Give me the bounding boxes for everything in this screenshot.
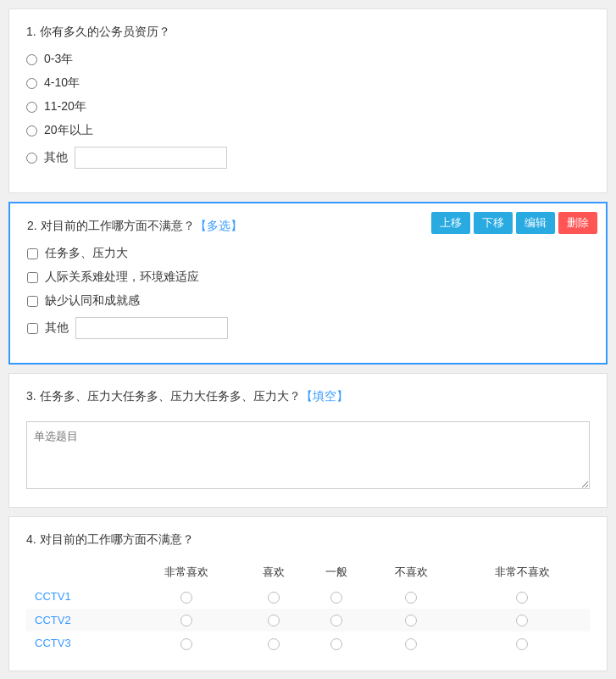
radio-circle-r2c1[interactable] — [180, 615, 192, 626]
fill-textarea-q3[interactable] — [26, 421, 590, 489]
matrix-cell-r3c3[interactable] — [305, 632, 368, 655]
question-2-block: 上移 下移 编辑 删除 2. 对目前的工作哪方面不满意？【多选】 任务多、压力大… — [8, 202, 608, 365]
radio-circle-r2c3[interactable] — [330, 615, 342, 626]
option-row-q2-3: 缺少认同和成就感 — [27, 293, 589, 309]
other-text-q2[interactable] — [75, 317, 228, 339]
option-row-q1-2: 4-10年 — [26, 75, 590, 91]
matrix-table-q4: 非常喜欢 喜欢 一般 不喜欢 非常不喜欢 CCTV1 CCTV2 — [26, 559, 590, 655]
checkbox-q2-3[interactable] — [27, 296, 38, 307]
question-3-title-tag: 【填空】 — [301, 389, 348, 403]
radio-circle-r1c5[interactable] — [516, 592, 528, 604]
checkbox-q2-2[interactable] — [27, 272, 38, 283]
move-up-button[interactable]: 上移 — [431, 212, 470, 234]
radio-q1-1[interactable] — [26, 54, 37, 65]
matrix-row-label-3: CCTV3 — [26, 632, 131, 655]
option-label-q1-2: 4-10年 — [44, 75, 80, 91]
radio-circle-r3c4[interactable] — [405, 638, 417, 650]
option-row-q1-4: 20年以上 — [26, 123, 590, 138]
matrix-cell-r2c1[interactable] — [131, 609, 242, 632]
option-row-q1-1: 0-3年 — [26, 52, 590, 67]
radio-circle-r2c5[interactable] — [516, 615, 528, 626]
matrix-cell-r1c3[interactable] — [305, 585, 368, 609]
matrix-row-1: CCTV1 — [26, 585, 590, 609]
radio-q1-2[interactable] — [26, 78, 37, 89]
checkbox-q2-1[interactable] — [27, 248, 38, 259]
matrix-cell-r3c1[interactable] — [131, 632, 242, 655]
option-label-q2-3: 缺少认同和成就感 — [45, 293, 140, 309]
option-row-q2-1: 任务多、压力大 — [27, 246, 589, 261]
matrix-cell-r1c5[interactable] — [455, 585, 590, 609]
question-1-title: 1. 你有多久的公务员资历？ — [26, 25, 590, 40]
matrix-cell-r3c2[interactable] — [242, 632, 305, 655]
question-1-block: 1. 你有多久的公务员资历？ 0-3年 4-10年 11-20年 20年以上 其… — [8, 8, 608, 193]
radio-circle-r1c4[interactable] — [405, 592, 417, 604]
radio-q1-5[interactable] — [26, 153, 37, 164]
matrix-row-2: CCTV2 — [26, 609, 590, 632]
option-row-q2-2: 人际关系难处理，环境难适应 — [27, 270, 589, 285]
question-4-title: 4. 对目前的工作哪方面不满意？ — [26, 532, 590, 548]
question-2-toolbar: 上移 下移 编辑 删除 — [431, 212, 597, 234]
option-label-q2-1: 任务多、压力大 — [45, 246, 128, 261]
question-3-title-text: 3. 任务多、压力大任务多、压力大任务多、压力大？ — [26, 389, 301, 403]
matrix-cell-r1c2[interactable] — [242, 585, 305, 609]
edit-button[interactable]: 编辑 — [516, 212, 555, 234]
radio-circle-r2c2[interactable] — [268, 615, 280, 626]
matrix-header-col4: 不喜欢 — [368, 559, 455, 585]
matrix-cell-r3c4[interactable] — [368, 632, 455, 655]
matrix-cell-r1c1[interactable] — [131, 585, 242, 609]
radio-circle-r3c3[interactable] — [330, 638, 342, 650]
radio-circle-r1c1[interactable] — [180, 592, 192, 604]
delete-button[interactable]: 删除 — [558, 212, 597, 234]
matrix-cell-r2c2[interactable] — [242, 609, 305, 632]
checkbox-q2-4[interactable] — [27, 323, 38, 334]
page-container: 1. 你有多久的公务员资历？ 0-3年 4-10年 11-20年 20年以上 其… — [8, 8, 608, 671]
matrix-header-col3: 一般 — [305, 559, 368, 585]
radio-circle-r1c3[interactable] — [330, 592, 342, 604]
move-down-button[interactable]: 下移 — [474, 212, 513, 234]
matrix-header-col5: 非常不喜欢 — [455, 559, 590, 585]
matrix-cell-r2c5[interactable] — [455, 609, 590, 632]
radio-circle-r3c2[interactable] — [268, 638, 280, 650]
option-row-q1-5: 其他 — [26, 147, 590, 169]
radio-q1-4[interactable] — [26, 125, 37, 136]
option-label-q1-1: 0-3年 — [44, 52, 73, 67]
matrix-cell-r1c4[interactable] — [368, 585, 455, 609]
option-label-q1-4: 20年以上 — [44, 123, 93, 138]
matrix-row-label-1: CCTV1 — [26, 585, 131, 609]
option-label-q2-2: 人际关系难处理，环境难适应 — [45, 270, 199, 285]
matrix-header-empty — [26, 559, 131, 585]
matrix-row-3: CCTV3 — [26, 632, 590, 655]
radio-circle-r3c5[interactable] — [516, 638, 528, 650]
question-2-title-tag: 【多选】 — [195, 219, 242, 232]
question-2-title-text: 2. 对目前的工作哪方面不满意？ — [27, 219, 195, 232]
other-text-q1[interactable] — [75, 147, 227, 169]
matrix-cell-r2c3[interactable] — [305, 609, 368, 632]
option-row-q1-3: 11-20年 — [26, 99, 590, 114]
option-row-q2-4: 其他 — [27, 317, 589, 339]
option-label-q2-4: 其他 — [45, 320, 69, 336]
matrix-header-col2: 喜欢 — [242, 559, 305, 585]
radio-circle-r2c4[interactable] — [405, 615, 417, 626]
question-4-block: 4. 对目前的工作哪方面不满意？ 非常喜欢 喜欢 一般 不喜欢 非常不喜欢 CC… — [8, 516, 608, 671]
option-label-q1-3: 11-20年 — [44, 99, 86, 114]
matrix-cell-r2c4[interactable] — [368, 609, 455, 632]
radio-circle-r3c1[interactable] — [180, 638, 192, 650]
question-3-title: 3. 任务多、压力大任务多、压力大任务多、压力大？【填空】 — [26, 389, 590, 404]
option-label-q1-5: 其他 — [44, 150, 68, 165]
radio-q1-3[interactable] — [26, 102, 37, 113]
matrix-cell-r3c5[interactable] — [455, 632, 590, 655]
matrix-row-label-2: CCTV2 — [26, 609, 131, 632]
matrix-header-col1: 非常喜欢 — [131, 559, 242, 585]
question-3-block: 3. 任务多、压力大任务多、压力大任务多、压力大？【填空】 — [8, 373, 608, 508]
radio-circle-r1c2[interactable] — [268, 592, 280, 604]
